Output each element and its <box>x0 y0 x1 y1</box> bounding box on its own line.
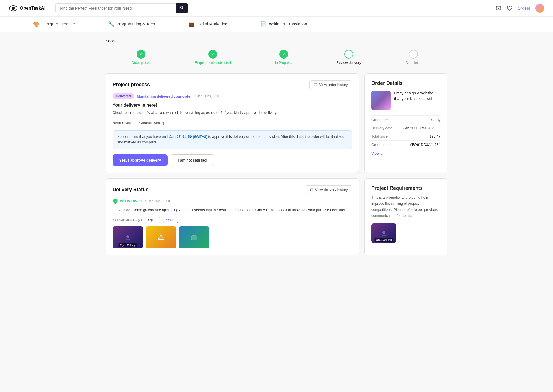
history-icon <box>314 83 317 87</box>
total-price-row: Total price $93.47 <box>371 132 440 140</box>
view-order-history-button[interactable]: View order history <box>309 80 352 89</box>
thumb-label-1: 12ja...329.png <box>118 243 137 247</box>
programming-icon: 🔧 <box>108 21 114 27</box>
svg-rect-6 <box>126 239 130 240</box>
order-preview: I may design a website that your busines… <box>371 91 440 110</box>
total-price-value: $93.47 <box>429 134 440 138</box>
category-writing[interactable]: 📄 Writing & Translation <box>244 17 324 32</box>
not-satisfied-button[interactable]: I am not satisfied <box>171 154 214 166</box>
attachments-label: ATTACHMENTS (2) <box>113 218 142 222</box>
delivery-heading: Your delivery is here! <box>113 103 352 108</box>
step-circle-3: ✓ <box>279 50 288 59</box>
order-number-row: Order number #FO61DD3A44984 <box>371 140 440 149</box>
order-from-row: Order from Cathy <box>371 115 440 124</box>
open-button-1[interactable]: Open <box>145 217 160 223</box>
view-all-link[interactable]: View all <box>371 151 440 156</box>
main-content: ‹ Back ✓ Order placed ✓ Requirements sub… <box>97 32 456 267</box>
delivery-num-badge: DELIVERY #3 <box>113 198 142 204</box>
back-chevron: ‹ <box>106 39 107 43</box>
delivery-desc-1: Check to make sure it's what you wanted.… <box>113 110 352 116</box>
connector-1 <box>151 54 195 54</box>
step-in-progress: ✓ In Progress <box>275 50 292 65</box>
delivery-num-row: DELIVERY #3 5 Jan 2023, 3:50 <box>113 198 352 204</box>
svg-point-5 <box>126 235 129 238</box>
delivered-date: 5 Jan 2023, 3:50 <box>194 94 219 98</box>
info-box: Keep in mind that you have until Jan 27,… <box>113 130 352 149</box>
svg-rect-9 <box>191 236 197 240</box>
step-requirements: ✓ Requirements submitted <box>195 50 231 65</box>
order-number-value: #FO61DD3A44984 <box>410 143 440 147</box>
connector-3 <box>292 54 336 54</box>
search-icon <box>180 6 184 10</box>
back-label: Back <box>108 39 117 43</box>
category-programming[interactable]: 🔧 Programming & Tech <box>92 17 172 32</box>
back-button[interactable]: ‹ Back <box>106 39 447 43</box>
step-order-placed: ✓ Order placed <box>132 50 151 65</box>
thumb-icon-3 <box>190 233 198 241</box>
thumbnail-3[interactable] <box>179 226 209 248</box>
search-button[interactable] <box>176 3 188 13</box>
search-bar <box>55 3 188 13</box>
project-process-header: Project process View order history <box>113 80 352 89</box>
step-circle-5 <box>409 50 418 59</box>
category-writing-label: Writing & Translation <box>269 22 307 26</box>
order-details-card: Order Details I may design a website tha… <box>364 73 447 173</box>
step-label-5: Completed <box>405 61 421 65</box>
category-marketing-label: Digital Marketing <box>197 22 228 26</box>
order-details-title: Order Details <box>371 80 440 86</box>
delivered-badge: Delivered <box>113 93 134 99</box>
step-label-1: Order placed <box>132 61 151 65</box>
marketing-icon: 💼 <box>188 21 194 27</box>
requirements-thumbnail[interactable]: 12ja...329.png <box>371 223 396 243</box>
svg-point-2 <box>181 6 183 9</box>
step-label-4: Review delivery <box>336 61 361 65</box>
delivery-status-header: Delivery Status View delivery history <box>113 185 352 194</box>
view-order-history-label: View order history <box>319 83 348 87</box>
view-delivery-history-button[interactable]: View delivery history <box>306 185 352 194</box>
order-from-value[interactable]: Cathy <box>431 118 440 122</box>
delivery-date-row: Delivery date 5 Jan 2023, 3:50 (GMT+8) <box>371 124 440 132</box>
delivery-message: I have made some growth attempts using A… <box>113 207 352 213</box>
project-requirements-title: Project Requirements <box>371 185 440 191</box>
writing-icon: 📄 <box>260 21 267 27</box>
delivery-timezone: (GMT+8) <box>428 127 440 130</box>
heart-icon[interactable] <box>507 5 513 11</box>
action-buttons: Yes, I approve delivery I am not satisfi… <box>113 154 352 166</box>
header-right: Orders <box>495 4 544 13</box>
connector-2 <box>231 54 275 54</box>
delivery-num-text: DELIVERY #3 <box>120 199 142 203</box>
svg-marker-8 <box>160 235 162 237</box>
logo[interactable]: OpenTaskAI <box>9 4 45 13</box>
category-design[interactable]: 🎨 Design & Creative <box>17 17 92 32</box>
step-review: Review delivery <box>336 50 361 65</box>
svg-point-11 <box>382 231 385 234</box>
view-delivery-history-label: View delivery history <box>315 188 348 192</box>
svg-line-3 <box>182 8 184 9</box>
thumbnail-2[interactable] <box>146 226 176 248</box>
delivery-date-small: 5 Jan 2023, 3:50 <box>145 199 170 203</box>
logo-text: OpenTaskAI <box>20 6 45 11</box>
search-input[interactable] <box>55 3 188 13</box>
order-from-label: Order from <box>371 118 389 122</box>
attachments-row: ATTACHMENTS (2) Open Open <box>113 217 352 223</box>
thumbnail-1[interactable]: 12ja...329.png <box>113 226 143 248</box>
approve-button[interactable]: Yes, I approve delivery <box>113 154 168 166</box>
avatar[interactable] <box>535 4 544 13</box>
project-requirements-text: This is a promotional project to help im… <box>371 194 440 219</box>
svg-rect-10 <box>192 235 196 236</box>
orders-link[interactable]: Orders <box>518 6 530 10</box>
thumbnails: 12ja...329.png <box>113 226 352 248</box>
thumb-icon-2 <box>157 233 165 241</box>
step-circle-4 <box>344 50 353 59</box>
step-circle-2: ✓ <box>208 50 217 59</box>
delivery-status-card: Delivery Status View delivery history DE… <box>106 178 359 255</box>
project-process-card: Project process View order history Deliv… <box>106 73 359 173</box>
delivered-by: Mumtahina delivered your order <box>137 94 192 98</box>
order-preview-image <box>371 91 391 110</box>
open-button-2[interactable]: Open <box>163 217 178 223</box>
category-programming-label: Programming & Tech <box>116 22 155 26</box>
category-marketing[interactable]: 💼 Digital Marketing <box>172 17 244 32</box>
info-prefix: Keep in mind that you have until <box>117 135 169 139</box>
message-icon[interactable] <box>495 5 502 11</box>
top-section: Project process View order history Deliv… <box>106 73 447 173</box>
